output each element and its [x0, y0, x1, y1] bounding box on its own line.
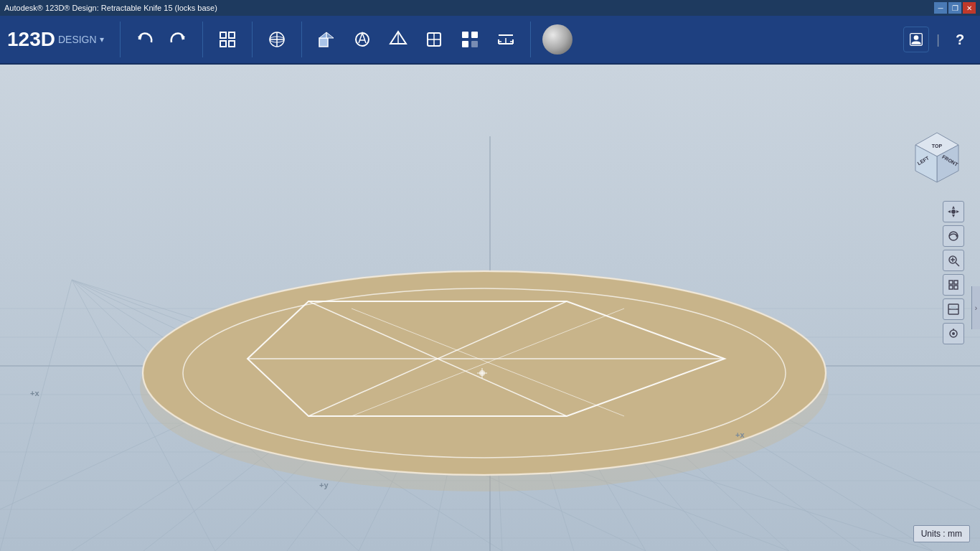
restore-button[interactable]: ❐: [948, 2, 961, 14]
fit-all-button[interactable]: [212, 21, 243, 58]
primitives-icon: [316, 29, 336, 50]
zoom-icon: [947, 254, 960, 267]
svg-marker-93: [948, 210, 951, 213]
undo-icon: [135, 29, 155, 50]
material-ball[interactable]: [542, 24, 573, 55]
svg-point-109: [952, 332, 955, 335]
section-icon: [947, 303, 960, 316]
toolbar-divider-4: [301, 22, 302, 57]
svg-marker-12: [319, 32, 326, 38]
toolbar-divider-5: [530, 22, 531, 57]
svg-rect-104: [954, 286, 958, 289]
svg-text:+x: +x: [30, 389, 39, 397]
svg-rect-3: [229, 32, 235, 38]
transform-icon: [267, 29, 287, 50]
svg-rect-5: [229, 41, 235, 47]
svg-rect-2: [220, 32, 226, 38]
toolbar: 123D DESIGN ▾: [0, 16, 980, 65]
toolbar-separator: |: [936, 32, 940, 47]
undo-redo-group: [129, 21, 194, 58]
svg-line-98: [956, 263, 959, 266]
svg-marker-94: [956, 210, 959, 213]
redo-icon: [168, 29, 188, 50]
construct-icon: [388, 29, 408, 50]
svg-text:+y: +y: [319, 481, 329, 489]
view-controls-panel: [943, 201, 964, 344]
camera-button[interactable]: [943, 323, 964, 344]
nav-cube-svg: TOP FRONT LEFT: [908, 129, 966, 187]
undo-button[interactable]: [129, 21, 161, 58]
fit-view-button[interactable]: [943, 274, 964, 296]
toolbar-divider-2: [202, 22, 203, 57]
svg-rect-23: [471, 41, 478, 47]
zoom-button[interactable]: [943, 250, 964, 271]
svg-marker-91: [952, 206, 955, 209]
logo-text: 123D: [7, 28, 55, 51]
nav-cube[interactable]: TOP FRONT LEFT: [908, 129, 966, 187]
svg-rect-101: [949, 281, 953, 284]
pattern-button[interactable]: [454, 21, 486, 58]
transform-button[interactable]: [261, 21, 293, 58]
camera-icon: [947, 327, 960, 340]
pattern-icon: [460, 29, 480, 50]
grid-canvas: +x +x +y: [0, 65, 980, 551]
titlebar-controls: ─ ❐ ✕: [934, 2, 976, 14]
svg-text:+x: +x: [735, 430, 745, 439]
svg-rect-20: [462, 32, 468, 38]
help-icon: ?: [956, 32, 964, 48]
modify-button[interactable]: [418, 21, 450, 58]
svg-rect-107: [951, 306, 956, 309]
account-icon: [909, 32, 923, 47]
orbit-icon: [947, 230, 960, 242]
construct-button[interactable]: [382, 21, 414, 58]
sketch-button[interactable]: [347, 21, 378, 58]
chevron-right-icon: ›: [975, 304, 977, 312]
svg-rect-10: [319, 38, 328, 47]
help-button[interactable]: ?: [947, 27, 973, 52]
right-panel-handle[interactable]: ›: [971, 286, 980, 329]
svg-marker-92: [952, 215, 955, 217]
units-label[interactable]: Units : mm: [913, 525, 970, 542]
svg-text:TOP: TOP: [932, 143, 943, 149]
svg-point-32: [914, 35, 919, 40]
measure-icon: [496, 29, 516, 50]
viewport[interactable]: +x +x +y TOP FRONT LEFT: [0, 65, 980, 551]
svg-rect-22: [462, 41, 468, 47]
measure-button[interactable]: [490, 21, 522, 58]
minimize-button[interactable]: ─: [934, 2, 947, 14]
section-button[interactable]: [943, 298, 964, 320]
logo-dropdown-arrow[interactable]: ▾: [100, 34, 104, 44]
svg-rect-4: [220, 41, 226, 47]
primitives-button[interactable]: [311, 21, 342, 58]
svg-rect-102: [954, 281, 958, 284]
fit-all-icon: [217, 29, 237, 50]
toolbar-divider-1: [120, 22, 121, 57]
orbit-button[interactable]: [943, 225, 964, 247]
svg-marker-11: [326, 32, 334, 38]
pan-icon: [947, 205, 960, 218]
account-button[interactable]: [903, 27, 929, 52]
redo-button[interactable]: [162, 21, 194, 58]
logo-design-text: DESIGN: [58, 34, 97, 45]
svg-rect-21: [471, 32, 478, 38]
svg-rect-103: [949, 286, 953, 289]
logo-area: 123D DESIGN ▾: [7, 28, 104, 51]
svg-point-90: [951, 209, 956, 214]
pan-button[interactable]: [943, 201, 964, 222]
fit-view-icon: [947, 278, 960, 291]
titlebar: Autodesk® 123D® Design: Retractable Knif…: [0, 0, 980, 16]
svg-point-13: [356, 33, 369, 46]
modify-icon: [424, 29, 444, 50]
close-button[interactable]: ✕: [963, 2, 976, 14]
sketch-icon: [352, 29, 372, 50]
toolbar-divider-3: [252, 22, 253, 57]
titlebar-title: Autodesk® 123D® Design: Retractable Knif…: [4, 4, 217, 12]
